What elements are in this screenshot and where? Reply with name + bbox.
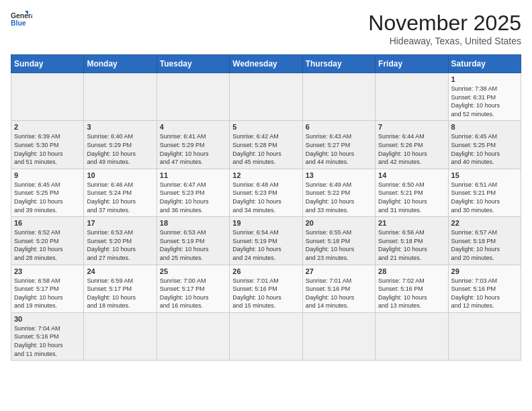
day-info: Sunrise: 6:50 AMSunset: 5:21 PMDaylight:…: [378, 181, 445, 214]
calendar-cell: 4Sunrise: 6:41 AMSunset: 5:29 PMDaylight…: [157, 121, 229, 169]
day-number: 2: [14, 123, 81, 131]
day-info: Sunrise: 6:55 AMSunset: 5:18 PMDaylight:…: [306, 228, 372, 262]
calendar-cell: 26Sunrise: 7:01 AMSunset: 5:16 PMDayligh…: [230, 265, 302, 312]
day-info: Sunrise: 7:03 AMSunset: 5:16 PMDaylight:…: [451, 277, 518, 310]
day-info: Sunrise: 6:48 AMSunset: 5:23 PMDaylight:…: [232, 181, 299, 214]
day-info: Sunrise: 6:56 AMSunset: 5:18 PMDaylight:…: [378, 228, 445, 262]
day-info: Sunrise: 6:54 AMSunset: 5:19 PMDaylight:…: [232, 228, 299, 262]
day-number: 26: [232, 267, 299, 275]
calendar-cell: 11Sunrise: 6:47 AMSunset: 5:23 PMDayligh…: [157, 169, 229, 216]
day-number: 4: [160, 123, 226, 131]
day-number: 17: [87, 219, 153, 227]
day-info: Sunrise: 6:58 AMSunset: 5:17 PMDaylight:…: [14, 277, 81, 310]
day-info: Sunrise: 6:53 AMSunset: 5:20 PMDaylight:…: [87, 228, 153, 262]
day-number: 12: [232, 171, 299, 179]
weekday-header-monday: Monday: [84, 55, 157, 73]
calendar-cell: 7Sunrise: 6:44 AMSunset: 5:26 PMDaylight…: [375, 121, 448, 169]
calendar-week-2: 9Sunrise: 6:45 AMSunset: 5:25 PMDaylight…: [11, 169, 521, 216]
calendar-cell: 16Sunrise: 6:52 AMSunset: 5:20 PMDayligh…: [11, 217, 84, 265]
calendar-cell: 17Sunrise: 6:53 AMSunset: 5:20 PMDayligh…: [84, 217, 157, 265]
calendar-cell: 28Sunrise: 7:02 AMSunset: 5:16 PMDayligh…: [375, 265, 448, 312]
calendar-cell: 23Sunrise: 6:58 AMSunset: 5:17 PMDayligh…: [11, 265, 84, 312]
calendar-week-0: 1Sunrise: 7:38 AMSunset: 6:31 PMDaylight…: [11, 73, 521, 121]
day-info: Sunrise: 7:02 AMSunset: 5:16 PMDaylight:…: [378, 277, 445, 310]
svg-text:General: General: [11, 12, 32, 19]
day-number: 16: [14, 219, 81, 227]
page-header: General Blue November 2025 Hideaway, Tex…: [11, 11, 521, 46]
calendar-cell: [375, 73, 448, 121]
weekday-header-tuesday: Tuesday: [157, 55, 229, 73]
calendar-cell: [84, 73, 157, 121]
day-info: Sunrise: 6:57 AMSunset: 5:18 PMDaylight:…: [451, 228, 518, 262]
logo: General Blue: [11, 11, 32, 30]
day-number: 10: [87, 171, 153, 179]
svg-text:Blue: Blue: [11, 19, 26, 27]
weekday-header-friday: Friday: [375, 55, 448, 73]
day-number: 18: [160, 219, 226, 227]
calendar-cell: 3Sunrise: 6:40 AMSunset: 5:29 PMDaylight…: [84, 121, 157, 169]
calendar-cell: [230, 73, 302, 121]
day-number: 23: [14, 267, 81, 275]
day-number: 7: [378, 123, 445, 131]
calendar-cell: 5Sunrise: 6:42 AMSunset: 5:28 PMDaylight…: [230, 121, 302, 169]
calendar-cell: 29Sunrise: 7:03 AMSunset: 5:16 PMDayligh…: [448, 265, 521, 312]
day-info: Sunrise: 7:38 AMSunset: 6:31 PMDaylight:…: [451, 85, 518, 118]
weekday-header-thursday: Thursday: [302, 55, 375, 73]
calendar-week-1: 2Sunrise: 6:39 AMSunset: 5:30 PMDaylight…: [11, 121, 521, 169]
calendar-cell: 8Sunrise: 6:45 AMSunset: 5:25 PMDaylight…: [448, 121, 521, 169]
day-number: 24: [87, 267, 153, 275]
calendar-cell: 19Sunrise: 6:54 AMSunset: 5:19 PMDayligh…: [230, 217, 302, 265]
day-number: 19: [232, 219, 299, 227]
day-number: 29: [451, 267, 518, 275]
day-number: 1: [451, 75, 518, 83]
day-info: Sunrise: 6:41 AMSunset: 5:29 PMDaylight:…: [160, 132, 226, 166]
logo-icon: General Blue: [11, 11, 32, 30]
day-info: Sunrise: 7:00 AMSunset: 5:17 PMDaylight:…: [160, 277, 226, 310]
day-number: 15: [451, 171, 518, 179]
day-info: Sunrise: 6:45 AMSunset: 5:25 PMDaylight:…: [451, 132, 518, 166]
month-title: November 2025: [368, 11, 521, 36]
calendar-cell: [84, 312, 157, 360]
calendar-cell: 12Sunrise: 6:48 AMSunset: 5:23 PMDayligh…: [230, 169, 302, 216]
day-number: 22: [451, 219, 518, 227]
day-info: Sunrise: 6:46 AMSunset: 5:24 PMDaylight:…: [87, 181, 153, 214]
calendar-cell: [302, 73, 375, 121]
day-info: Sunrise: 6:42 AMSunset: 5:28 PMDaylight:…: [232, 132, 299, 166]
day-info: Sunrise: 6:44 AMSunset: 5:26 PMDaylight:…: [378, 132, 445, 166]
calendar-cell: 24Sunrise: 6:59 AMSunset: 5:17 PMDayligh…: [84, 265, 157, 312]
day-info: Sunrise: 6:45 AMSunset: 5:25 PMDaylight:…: [14, 181, 81, 214]
calendar-cell: 15Sunrise: 6:51 AMSunset: 5:21 PMDayligh…: [448, 169, 521, 216]
weekday-header-saturday: Saturday: [448, 55, 521, 73]
day-info: Sunrise: 6:49 AMSunset: 5:22 PMDaylight:…: [306, 181, 372, 214]
day-number: 5: [232, 123, 299, 131]
calendar-week-5: 30Sunrise: 7:04 AMSunset: 5:16 PMDayligh…: [11, 312, 521, 360]
calendar-cell: 25Sunrise: 7:00 AMSunset: 5:17 PMDayligh…: [157, 265, 229, 312]
calendar-cell: [157, 73, 229, 121]
day-info: Sunrise: 6:59 AMSunset: 5:17 PMDaylight:…: [87, 277, 153, 310]
day-number: 6: [306, 123, 372, 131]
weekday-header-row: SundayMondayTuesdayWednesdayThursdayFrid…: [11, 55, 521, 73]
calendar-table: SundayMondayTuesdayWednesdayThursdayFrid…: [11, 54, 521, 361]
day-info: Sunrise: 6:53 AMSunset: 5:19 PMDaylight:…: [160, 228, 226, 262]
day-number: 11: [160, 171, 226, 179]
calendar-cell: [448, 312, 521, 360]
calendar-cell: 21Sunrise: 6:56 AMSunset: 5:18 PMDayligh…: [375, 217, 448, 265]
day-number: 25: [160, 267, 226, 275]
location: Hideaway, Texas, United States: [368, 36, 521, 46]
calendar-cell: 14Sunrise: 6:50 AMSunset: 5:21 PMDayligh…: [375, 169, 448, 216]
day-info: Sunrise: 6:40 AMSunset: 5:29 PMDaylight:…: [87, 132, 153, 166]
calendar-cell: 27Sunrise: 7:01 AMSunset: 5:16 PMDayligh…: [302, 265, 375, 312]
day-number: 14: [378, 171, 445, 179]
calendar-cell: 20Sunrise: 6:55 AMSunset: 5:18 PMDayligh…: [302, 217, 375, 265]
calendar-week-3: 16Sunrise: 6:52 AMSunset: 5:20 PMDayligh…: [11, 217, 521, 265]
title-area: November 2025 Hideaway, Texas, United St…: [368, 11, 521, 46]
day-number: 30: [14, 315, 81, 323]
day-info: Sunrise: 6:47 AMSunset: 5:23 PMDaylight:…: [160, 181, 226, 214]
calendar-cell: [11, 73, 84, 121]
calendar-cell: [230, 312, 302, 360]
calendar-cell: 13Sunrise: 6:49 AMSunset: 5:22 PMDayligh…: [302, 169, 375, 216]
calendar-cell: 10Sunrise: 6:46 AMSunset: 5:24 PMDayligh…: [84, 169, 157, 216]
day-number: 9: [14, 171, 81, 179]
day-info: Sunrise: 6:43 AMSunset: 5:27 PMDaylight:…: [306, 132, 372, 166]
day-info: Sunrise: 7:01 AMSunset: 5:16 PMDaylight:…: [232, 277, 299, 310]
